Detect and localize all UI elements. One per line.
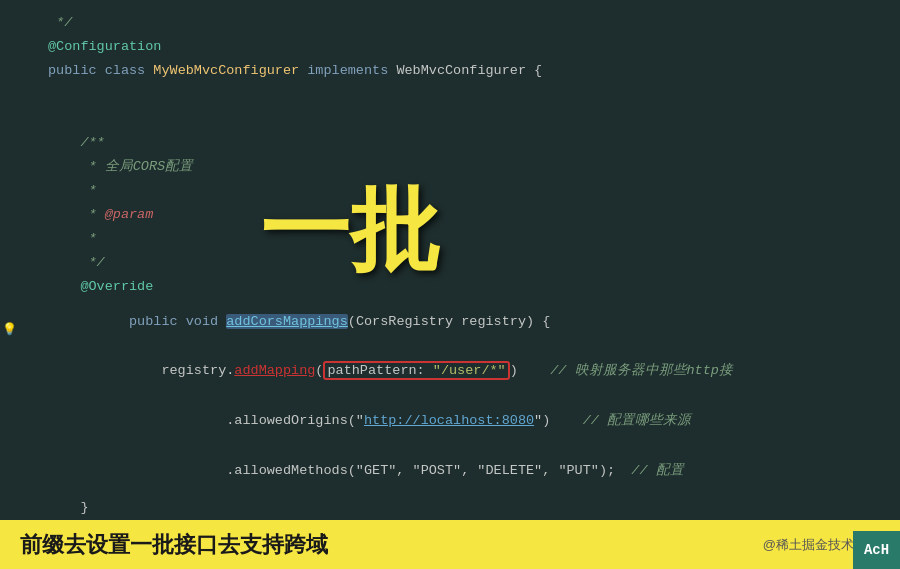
- line-content-7: * 全局CORS配置: [40, 157, 900, 175]
- line-content-3: public class MyWebMvcConfigurer implemen…: [40, 63, 900, 78]
- line-content-8: *: [40, 183, 900, 198]
- highlight-box: pathPattern: "/user/*": [323, 361, 509, 380]
- code-line-13: 💡 public void addCorsMappings(CorsRegist…: [0, 298, 900, 345]
- bulb-icon: 💡: [2, 322, 17, 337]
- line-content-1: */: [40, 15, 900, 30]
- line-content-9: * @param: [40, 207, 900, 222]
- code-line-1: */: [0, 10, 900, 34]
- code-line-3: public class MyWebMvcConfigurer implemen…: [0, 58, 900, 82]
- line-content-2: @Configuration: [40, 39, 900, 54]
- code-line-16: .allowedMethods("GET", "POST", "DELETE",…: [0, 445, 900, 495]
- code-line-14: registry.addMapping(pathPattern: "/user/…: [0, 345, 900, 395]
- line-content-14: registry.addMapping(pathPattern: "/user/…: [40, 346, 900, 394]
- code-line-9: * @param: [0, 202, 900, 226]
- code-line-11: */: [0, 250, 900, 274]
- bottom-main-text: 前缀去设置一批接口去支持跨域: [20, 530, 328, 560]
- line-content-11: */: [40, 255, 900, 270]
- code-line-5: [0, 106, 900, 130]
- code-line-10: *: [0, 226, 900, 250]
- code-line-15: .allowedOrigins("http://localhost:8080")…: [0, 395, 900, 445]
- line-content-10: *: [40, 231, 900, 246]
- code-line-4: [0, 82, 900, 106]
- ach-badge: AcH: [853, 531, 900, 569]
- code-line-2: @Configuration: [0, 34, 900, 58]
- line-content-17: }: [40, 500, 900, 515]
- code-line-7: * 全局CORS配置: [0, 154, 900, 178]
- line-content-12: @Override: [40, 279, 900, 294]
- bottom-bar: 前缀去设置一批接口去支持跨域 @稀土掘金技术社区 AcH: [0, 520, 900, 569]
- line-content-15: .allowedOrigins("http://localhost:8080")…: [40, 396, 900, 444]
- code-line-12: @Override: [0, 274, 900, 298]
- code-line-6: /**: [0, 130, 900, 154]
- code-line-8: *: [0, 178, 900, 202]
- code-line-17: }: [0, 495, 900, 519]
- line-content-6: /**: [40, 135, 900, 150]
- code-editor: */ @Configuration public class MyWebMvcC…: [0, 0, 900, 520]
- line-content-13: public void addCorsMappings(CorsRegistry…: [40, 299, 900, 344]
- line-content-16: .allowedMethods("GET", "POST", "DELETE",…: [40, 446, 900, 494]
